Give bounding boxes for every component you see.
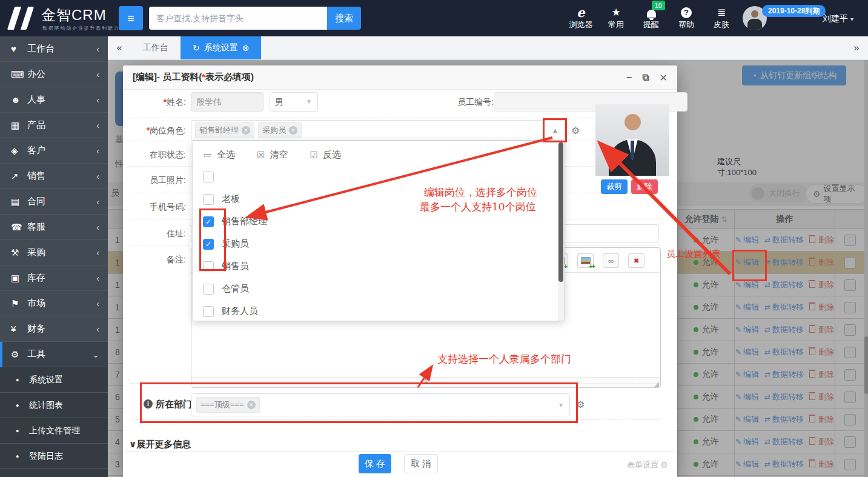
sidebar-item[interactable]: ⚒ 采购 ‹ [0, 240, 108, 265]
insert-link-icon[interactable]: ∞ [603, 253, 619, 268]
nav-icon: e [577, 6, 585, 19]
notification-badge: 10 [652, 1, 665, 10]
sidebar-item-icon: ⚒ [11, 247, 27, 258]
chevron-icon: ‹ [96, 172, 99, 181]
photo-label: 员工照片: [128, 175, 186, 186]
sidebar: ♥ 工作台 ‹ ⌨ 办公 ‹ ☻ 人事 ‹ ▦ 产品 ‹ ◈ 客户 [0, 36, 108, 477]
menu-toggle-button[interactable]: ≡ [119, 6, 143, 30]
option-checkbox[interactable] [203, 216, 214, 227]
delete-photo-button[interactable]: 删除 [631, 179, 658, 194]
expand-more-link[interactable]: ∨展开更多信息 [129, 439, 191, 450]
sidebar-subitem[interactable]: ● 登陆日志 [0, 444, 108, 469]
close-tab-icon[interactable]: ⊗ [242, 43, 250, 53]
dropdown-option[interactable]: 采购员 [193, 233, 564, 255]
department-settings-gear-icon[interactable]: ⚙ [576, 399, 585, 410]
dropdown-action[interactable]: ≔ 全选 [203, 149, 235, 161]
app-window: ◔ 从钉钉更新组织结构 基 性 员 关闭换行 ⚙ 设置显示项 允许登陆 ⇅ 操作… [0, 0, 868, 477]
sidebar-item-icon: ¥ [11, 324, 27, 334]
option-checkbox[interactable] [203, 306, 214, 317]
tabs-expand-button[interactable]: » [845, 36, 868, 59]
role-tag: 销售部经理✕ [195, 122, 254, 138]
dropdown-scrollbar-thumb[interactable] [558, 142, 563, 282]
search-button[interactable]: 搜索 [327, 7, 361, 30]
tab-system-settings[interactable]: ↻ 系统设置 ⊗ [181, 36, 261, 59]
resize-corner-icon[interactable]: ◢ [654, 381, 659, 387]
minimize-icon[interactable]: − [626, 72, 632, 83]
header-nav-item[interactable]: 10 提醒 [634, 0, 669, 36]
refresh-icon[interactable]: ↻ [193, 43, 200, 53]
editor-resize-bar[interactable]: ⇅ ◢ [191, 377, 660, 387]
dropdown-action[interactable]: ☒ 清空 [257, 149, 288, 161]
sidebar-item[interactable]: ⚑ 市场 ‹ [0, 291, 108, 316]
chevron-icon: ‹ [96, 44, 99, 54]
tab-workbench[interactable]: 工作台 [131, 36, 181, 59]
sidebar-subitem[interactable]: ● 系统设置 [0, 367, 108, 393]
save-button[interactable]: 保 存 [359, 454, 391, 473]
close-icon[interactable]: ✕ [660, 72, 668, 84]
department-select[interactable]: ===顶级===✕ ▼ [191, 393, 570, 416]
option-checkbox[interactable] [203, 194, 214, 205]
dropdown-action[interactable]: ☑ 反选 [310, 149, 340, 161]
maximize-icon[interactable]: ⧉ [642, 72, 649, 83]
fullscreen-editor-icon[interactable]: ✖ [628, 253, 644, 268]
remove-tag-icon[interactable]: ✕ [247, 401, 256, 409]
name-field[interactable]: 殷学伟 [191, 92, 263, 112]
caret-up-icon[interactable]: ▲ [552, 127, 558, 134]
option-checkbox[interactable] [203, 239, 214, 250]
caret-down-icon: ▼ [558, 402, 564, 409]
dropdown-option[interactable]: 销售员 [193, 255, 564, 278]
role-multiselect[interactable]: 销售部经理✕采购员✕ ▲ [191, 120, 565, 141]
dropdown-option[interactable]: 财务人员 [193, 300, 564, 322]
sidebar-item[interactable]: ☻ 人事 ‹ [0, 87, 108, 113]
dropdown-scrollbar[interactable] [558, 141, 564, 321]
sidebar-item-icon: ☎ [11, 222, 27, 233]
status-label: 在职状态: [128, 150, 186, 161]
crop-photo-button[interactable]: 裁剪 [601, 179, 628, 194]
role-tag: 采购员✕ [258, 122, 302, 138]
option-checkbox[interactable] [203, 172, 214, 182]
dropdown-option[interactable]: 仓管员 [193, 278, 564, 300]
employee-no-label: 员工编号: [436, 97, 494, 108]
sidebar-item[interactable]: ♥ 工作台 ‹ [0, 36, 108, 62]
modal-title-bar: [编辑]- 员工资料(*表示必填项) − ⧉ ✕ [123, 65, 677, 90]
remove-tag-icon[interactable]: ✕ [242, 126, 250, 135]
dropdown-option[interactable] [193, 165, 564, 188]
department-label: 所在部门: [156, 399, 195, 410]
action-icon: ≔ [203, 150, 212, 161]
sidebar-item[interactable]: ▤ 合同 ‹ [0, 189, 108, 215]
role-settings-gear-icon[interactable]: ⚙ [571, 125, 580, 136]
dropdown-option[interactable]: 销售部经理 [193, 210, 564, 233]
gender-select[interactable]: 男▼ [270, 92, 318, 112]
bullet-icon: ● [16, 402, 29, 409]
header-nav-item[interactable]: e 浏览器 [563, 0, 598, 36]
sidebar-item[interactable]: ¥ 财务 ‹ [0, 316, 108, 342]
option-checkbox[interactable] [203, 261, 214, 272]
remove-tag-icon[interactable]: ✕ [289, 126, 297, 135]
form-settings-link[interactable]: 表单设置⚙ [627, 459, 668, 470]
sidebar-item-icon: ◈ [11, 145, 27, 156]
sidebar-menu: ♥ 工作台 ‹ ⌨ 办公 ‹ ☻ 人事 ‹ ▦ 产品 ‹ ◈ 客户 [0, 36, 108, 367]
header-nav-item[interactable]: ★ 常用 [598, 0, 634, 36]
search-input[interactable] [149, 7, 327, 30]
sidebar-item-icon: ▣ [11, 273, 27, 284]
sidebar-subitem[interactable]: ● 统计图表 [0, 393, 108, 418]
option-checkbox[interactable] [203, 284, 214, 295]
header-nav-item[interactable]: ? 帮助 [669, 0, 704, 36]
nav-icon: ≣ [717, 6, 726, 19]
sidebar-subitem[interactable]: ● 上传文件管理 [0, 418, 108, 444]
username-menu[interactable]: 刘建平 ▾ [823, 13, 853, 24]
sidebar-item[interactable]: ▣ 库存 ‹ [0, 265, 108, 291]
sidebar-item[interactable]: ☎ 客服 ‹ [0, 215, 108, 240]
dropdown-option[interactable]: 老板 [193, 188, 564, 210]
chevron-icon: ‹ [96, 197, 99, 207]
sidebar-item[interactable]: ⌨ 办公 ‹ [0, 62, 108, 87]
tabs-collapse-button[interactable]: « [108, 36, 131, 59]
sidebar-item[interactable]: ↗ 销售 ‹ [0, 164, 108, 189]
sidebar-item[interactable]: ▦ 产品 ‹ [0, 113, 108, 138]
insert-multiple-images-icon[interactable] [577, 253, 594, 268]
cancel-button[interactable]: 取 消 [404, 454, 438, 473]
sidebar-item[interactable]: ⚙ 工具 ⌄ [0, 342, 108, 367]
header-nav-item[interactable]: ≣ 皮肤 [704, 0, 739, 36]
sidebar-subitem[interactable]: ● 数据日志 [0, 469, 108, 477]
sidebar-item[interactable]: ◈ 客户 ‹ [0, 138, 108, 164]
